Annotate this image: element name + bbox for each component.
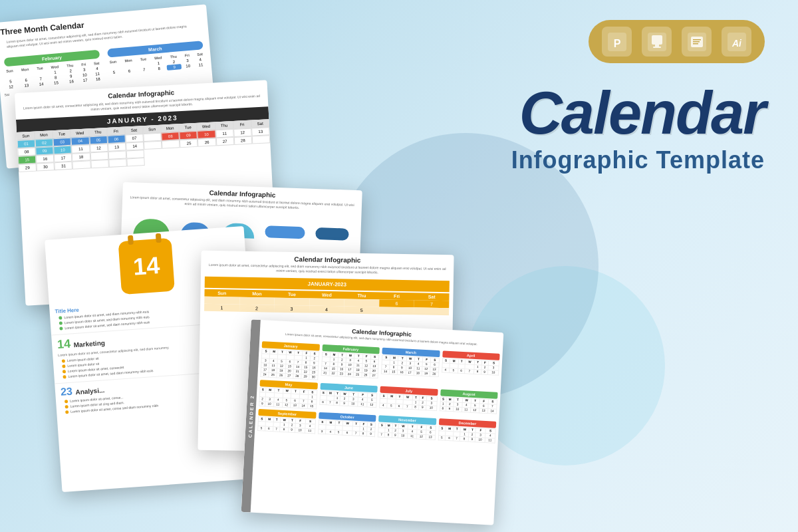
google-slides-icon (682, 27, 712, 57)
svg-rect-8 (693, 39, 701, 41)
month-september: September SMTWTFS 1234 567891011 (257, 409, 316, 434)
orange-calendar-icon: 14 (118, 238, 175, 295)
month-march: March SMTWTFS 123456 78910111213 1415161… (380, 347, 440, 386)
software-badges: P (419, 20, 765, 63)
month-may: May SMTWTFS 1 2345678 9101112131415 (259, 380, 317, 409)
analysis-label: Analysi... (75, 386, 105, 396)
svg-rect-3 (652, 35, 662, 45)
month-december: December SMTWTFS 1234 567891011 (438, 418, 496, 443)
title-area: P (419, 20, 765, 174)
month-february: February SMTWTFS 123456 78910111213 1415… (321, 344, 380, 383)
illustrator-icon: Ai (722, 27, 751, 57)
svg-rect-5 (653, 47, 661, 48)
month-august: August SMTWTFS 1234567 891011121314 (439, 389, 497, 418)
marketing-num: 14 (57, 337, 70, 351)
sidebar-text: CALENDER 2 (247, 394, 254, 438)
month-november: November SMTWTFS 123456 78910111213 (378, 415, 436, 440)
badges-container: P (589, 20, 765, 63)
sub-title: Infographic Template (419, 146, 765, 174)
analysis-num: 23 (61, 386, 73, 398)
powerpoint-icon: P (602, 27, 632, 57)
month-june: June SMTWTFS 12345 6789101112 (319, 383, 377, 412)
keynote-icon (642, 27, 672, 57)
month-april: April SMTWTFS 123 45678910 (440, 350, 499, 389)
month-october: October SMTWTFS 12 3456789 (317, 412, 376, 437)
marketing-label: Marketing (73, 339, 105, 348)
slides-container: Three Month Calendar Lorem ipsum dolor s… (0, 0, 432, 532)
month-january: January SMTWTFS 12 3456789 1011121314151… (260, 341, 319, 380)
big-calendar-number: 14 (132, 251, 161, 281)
svg-text:P: P (613, 38, 620, 49)
main-title: Calendar (419, 83, 765, 143)
year-grid: January SMTWTFS 12 3456789 1011121314151… (255, 338, 503, 446)
slide-year-overview: CALENDER 2 Calendar Infographic Lorem ip… (241, 319, 504, 525)
svg-rect-10 (693, 43, 698, 45)
month-july: July SMTWTFS 123 45678910 (379, 386, 438, 415)
svg-rect-9 (693, 41, 700, 43)
svg-text:Ai: Ai (732, 38, 742, 49)
svg-rect-4 (655, 45, 659, 47)
